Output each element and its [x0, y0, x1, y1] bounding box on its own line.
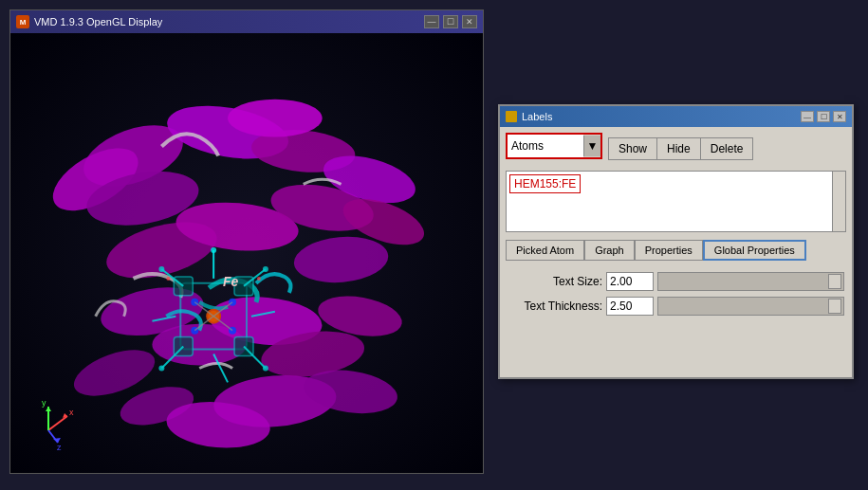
- labels-toolbar: Atoms ▼: [506, 133, 602, 159]
- vmd-maximize-button[interactable]: ☐: [443, 15, 458, 28]
- tab-picked-atom[interactable]: Picked Atom: [506, 240, 584, 261]
- dropdown-arrow-icon: ▼: [587, 139, 599, 153]
- svg-text:x: x: [69, 408, 74, 417]
- svg-point-47: [158, 365, 164, 371]
- properties-area: Text Size: Text Thickness:: [506, 268, 846, 325]
- labels-window: Labels — ☐ ✕ Atoms ▼ Show Hide Delete: [498, 104, 854, 379]
- svg-point-48: [263, 365, 268, 371]
- svg-point-46: [263, 266, 268, 272]
- text-size-row: Text Size:: [508, 272, 844, 291]
- text-thickness-slider-thumb[interactable]: [828, 299, 841, 314]
- text-size-label: Text Size:: [508, 275, 602, 288]
- svg-line-53: [48, 416, 67, 430]
- svg-point-50: [166, 277, 170, 281]
- text-thickness-row: Text Thickness:: [508, 297, 844, 316]
- mol-viewport[interactable]: Fe x y z: [10, 33, 483, 473]
- labels-toolbar-buttons: Show Hide Delete: [608, 137, 753, 160]
- labels-toolbar-row: Atoms ▼ Show Hide Delete: [506, 133, 846, 165]
- show-button[interactable]: Show: [608, 137, 656, 160]
- labels-minimize-button[interactable]: —: [801, 111, 814, 122]
- labels-icon: [506, 111, 517, 122]
- atom-list-area[interactable]: HEM155:FE: [506, 171, 846, 232]
- svg-text:z: z: [57, 443, 62, 452]
- axis-indicator: x y z: [34, 397, 82, 454]
- svg-point-45: [158, 266, 164, 272]
- vmd-window-title: VMD 1.9.3 OpenGL Display: [34, 16, 162, 27]
- atoms-dropdown-value: Atoms: [511, 139, 544, 153]
- text-thickness-label: Text Thickness:: [508, 299, 602, 313]
- mol-background: Fe x y z: [10, 33, 483, 473]
- vmd-opengl-window: M VMD 1.9.3 OpenGL Display — ☐ ✕: [9, 9, 484, 474]
- labels-window-title: Labels: [522, 111, 552, 122]
- tab-properties[interactable]: Properties: [635, 240, 703, 261]
- text-size-slider-thumb[interactable]: [828, 274, 841, 289]
- atoms-dropdown[interactable]: Atoms: [508, 135, 583, 157]
- vmd-close-button[interactable]: ✕: [462, 15, 477, 28]
- labels-body: Atoms ▼ Show Hide Delete HEM155:FE Picke…: [500, 127, 852, 331]
- svg-point-9: [292, 233, 390, 286]
- svg-point-5: [228, 100, 323, 137]
- tab-global-properties[interactable]: Global Properties: [703, 240, 806, 261]
- text-size-slider[interactable]: [657, 272, 844, 291]
- hide-button[interactable]: Hide: [656, 137, 700, 160]
- svg-marker-60: [46, 407, 51, 411]
- labels-titlebar: Labels — ☐ ✕: [500, 106, 852, 127]
- atom-list-item[interactable]: HEM155:FE: [509, 174, 581, 193]
- delete-button[interactable]: Delete: [700, 137, 754, 160]
- tab-row: Picked Atom Graph Properties Global Prop…: [506, 240, 846, 261]
- labels-maximize-button[interactable]: ☐: [817, 111, 830, 122]
- svg-text:Fe: Fe: [223, 274, 239, 289]
- atom-list-scrollbar[interactable]: [832, 172, 845, 231]
- svg-text:y: y: [42, 398, 46, 408]
- labels-close-button[interactable]: ✕: [833, 111, 846, 122]
- svg-point-51: [257, 277, 261, 281]
- vmd-logo-icon: M: [16, 15, 29, 28]
- text-size-input[interactable]: [606, 272, 654, 291]
- text-thickness-input[interactable]: [606, 297, 654, 316]
- tab-graph[interactable]: Graph: [584, 240, 635, 261]
- text-thickness-slider[interactable]: [657, 297, 844, 316]
- vmd-titlebar: M VMD 1.9.3 OpenGL Display — ☐ ✕: [10, 10, 483, 33]
- dropdown-arrow-button[interactable]: ▼: [583, 136, 600, 156]
- svg-point-49: [211, 247, 216, 253]
- vmd-minimize-button[interactable]: —: [424, 15, 439, 28]
